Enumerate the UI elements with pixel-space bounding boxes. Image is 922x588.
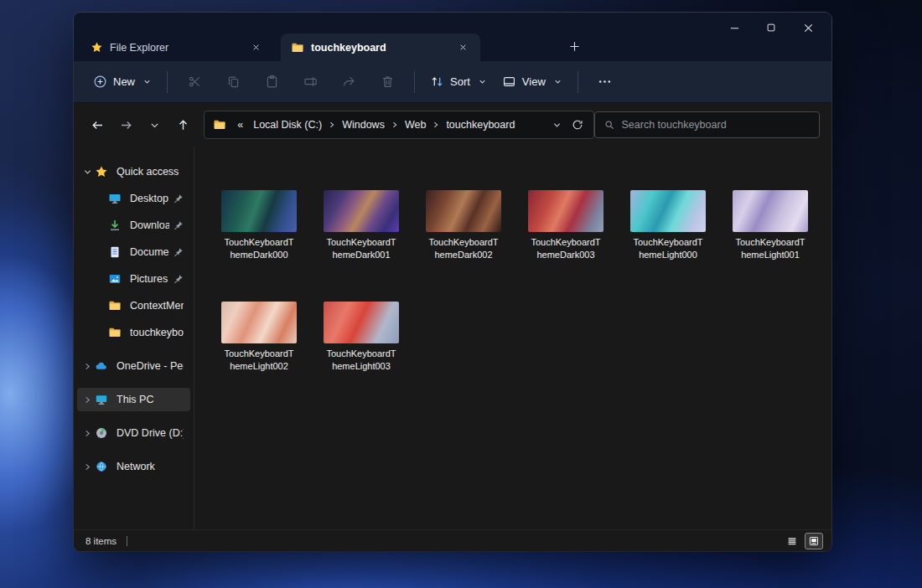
forward-button[interactable] — [114, 112, 139, 137]
star-icon — [91, 41, 103, 54]
chevron-down-icon[interactable] — [80, 168, 94, 177]
new-button[interactable]: New — [85, 69, 159, 95]
sidebar-item-label: ContextMenuCust — [130, 300, 184, 312]
sidebar-item-label: Documents — [130, 246, 169, 258]
file-item[interactable]: TouchKeyboardThemeDark003 — [518, 190, 614, 261]
more-options-button[interactable] — [591, 69, 619, 95]
breadcrumb-local-disk[interactable]: Local Disk (C:) — [248, 116, 327, 134]
sidebar-item-label: Desktop — [130, 193, 169, 204]
tab-close-icon[interactable] — [453, 39, 472, 57]
sidebar-item-documents[interactable]: Documents — [77, 240, 190, 264]
large-thumbnails-view-button[interactable] — [805, 533, 823, 549]
file-thumbnail — [221, 302, 297, 343]
refresh-button[interactable] — [567, 116, 588, 134]
file-item[interactable]: TouchKeyboardThemeLight000 — [620, 190, 716, 261]
breadcrumb-web[interactable]: Web — [400, 116, 431, 134]
window-body: Quick access Desktop Downloads — [74, 147, 831, 529]
sidebar-item-label: touchkeyboard — [130, 327, 184, 338]
sidebar-item-this-pc[interactable]: This PC — [77, 388, 190, 411]
folder-icon — [291, 41, 304, 54]
search-box[interactable] — [594, 111, 820, 138]
status-bar: 8 items — [74, 529, 831, 551]
paste-button[interactable] — [257, 69, 286, 95]
sidebar-item-contextmenucust[interactable]: ContextMenuCust — [77, 294, 190, 317]
toolbar-divider — [414, 71, 415, 93]
chevron-right-icon[interactable] — [80, 429, 94, 438]
cloud-icon — [94, 359, 109, 373]
breadcrumb-windows[interactable]: Windows — [337, 116, 390, 134]
details-view-button[interactable] — [783, 533, 801, 549]
tab-close-icon[interactable] — [246, 39, 265, 57]
navigation-pane: Quick access Desktop Downloads — [74, 147, 194, 529]
pin-icon — [173, 247, 184, 258]
maximize-button[interactable] — [753, 15, 790, 40]
chevron-right-icon[interactable] — [80, 362, 94, 371]
file-item[interactable]: TouchKeyboardThemeLight001 — [723, 190, 818, 261]
sidebar-item-pictures[interactable]: Pictures — [77, 267, 190, 291]
file-grid: TouchKeyboardThemeDark000 TouchKeyboardT… — [211, 190, 831, 413]
file-name: TouchKeyboardThemeDark000 — [222, 236, 296, 261]
sidebar-item-network[interactable]: Network — [77, 455, 190, 478]
view-layout-icon — [502, 75, 516, 89]
sidebar-item-label: Network — [117, 461, 184, 472]
tab-file-explorer[interactable]: File Explorer — [80, 34, 273, 61]
back-button[interactable] — [85, 112, 111, 137]
address-dropdown-button[interactable] — [547, 117, 567, 133]
new-button-label: New — [113, 75, 135, 88]
sidebar-item-dvd-drive[interactable]: DVD Drive (D:) CCCO — [77, 421, 190, 445]
copy-button[interactable] — [219, 69, 247, 95]
sort-button-label: Sort — [450, 75, 470, 88]
up-button[interactable] — [170, 112, 195, 137]
search-input[interactable] — [622, 119, 811, 131]
chevron-right-icon[interactable] — [80, 462, 94, 472]
tab-bar: File Explorer touchkeyboard — [74, 13, 831, 61]
address-bar[interactable]: « Local Disk (C:) Windows Web touchkeybo… — [204, 111, 593, 139]
file-item[interactable]: TouchKeyboardThemeDark002 — [416, 190, 511, 261]
pin-icon — [173, 193, 184, 204]
file-list-area[interactable]: TouchKeyboardThemeDark000 TouchKeyboardT… — [194, 147, 831, 529]
cut-button[interactable] — [180, 69, 209, 95]
rename-button[interactable] — [296, 69, 324, 95]
file-name: TouchKeyboardThemeLight003 — [324, 348, 398, 373]
breadcrumb-overflow[interactable]: « — [232, 116, 248, 134]
chevron-down-icon — [553, 77, 562, 86]
disc-icon — [94, 426, 109, 440]
file-thumbnail — [733, 190, 808, 232]
sort-button[interactable]: Sort — [422, 69, 495, 95]
chevron-right-icon[interactable] — [80, 395, 94, 405]
sidebar-item-label: Pictures — [130, 273, 169, 285]
file-item[interactable]: TouchKeyboardThemeLight003 — [313, 302, 409, 373]
picture-icon — [107, 272, 122, 286]
file-name: TouchKeyboardThemeLight002 — [222, 348, 296, 373]
sidebar-item-label: OneDrive - Personal — [117, 360, 184, 372]
document-icon — [107, 245, 122, 259]
file-name: TouchKeyboardThemeLight000 — [631, 236, 705, 261]
share-button[interactable] — [334, 69, 363, 95]
sidebar-item-downloads[interactable]: Downloads — [77, 214, 190, 237]
sidebar-item-onedrive[interactable]: OneDrive - Personal — [77, 354, 190, 378]
search-icon — [603, 119, 615, 131]
close-button[interactable] — [790, 15, 826, 40]
file-item[interactable]: TouchKeyboardThemeDark001 — [313, 190, 409, 261]
sidebar-item-touchkeyboard[interactable]: touchkeyboard — [77, 321, 190, 344]
recent-locations-button[interactable] — [142, 112, 168, 137]
delete-button[interactable] — [373, 69, 401, 95]
plus-circle-icon — [93, 75, 107, 89]
sidebar-item-desktop[interactable]: Desktop — [77, 187, 190, 210]
sidebar-item-label: Quick access — [117, 166, 184, 178]
sidebar-item-quick-access[interactable]: Quick access — [77, 160, 190, 183]
pin-icon — [173, 274, 184, 285]
star-icon — [94, 165, 109, 178]
breadcrumb-touchkeyboard[interactable]: touchkeyboard — [441, 116, 520, 134]
tab-label: File Explorer — [110, 42, 240, 54]
tab-touchkeyboard[interactable]: touchkeyboard — [281, 34, 480, 61]
view-toggles — [783, 533, 823, 549]
sidebar-item-label: Downloads — [130, 219, 169, 231]
new-tab-button[interactable] — [563, 35, 585, 57]
chevron-right-icon — [431, 121, 441, 129]
file-item[interactable]: TouchKeyboardThemeLight002 — [211, 302, 307, 373]
file-item[interactable]: TouchKeyboardThemeDark000 — [211, 190, 307, 261]
minimize-button[interactable] — [716, 15, 753, 40]
view-button[interactable]: View — [495, 69, 570, 95]
sort-arrows-icon — [430, 75, 444, 89]
